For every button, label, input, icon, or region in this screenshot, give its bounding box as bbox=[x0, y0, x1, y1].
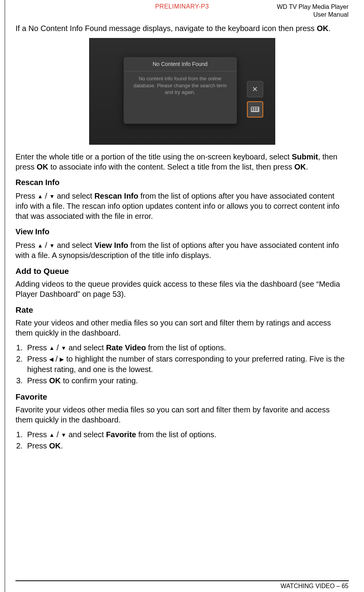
queue-paragraph: Adding videos to the queue provides quic… bbox=[16, 279, 348, 299]
header-status: PRELIMINARY-P3 bbox=[155, 3, 209, 10]
heading-rate: Rate bbox=[16, 305, 348, 315]
left-arrow-icon: ◀ bbox=[49, 356, 53, 363]
favorite-intro: Favorite your videos other media files s… bbox=[16, 405, 348, 425]
up-arrow-icon: ▲ bbox=[38, 193, 43, 200]
viewinfo-paragraph: Press ▲ / ▼ and select View Info from th… bbox=[16, 240, 348, 260]
keyboard-button[interactable] bbox=[247, 101, 263, 118]
favorite-steps: Press ▲ / ▼ and select Favorite from the… bbox=[25, 429, 348, 451]
header-product: WD TV Play Media Player User Manual bbox=[277, 3, 348, 19]
rate-step-3: Press OK to confirm your rating. bbox=[25, 376, 348, 386]
dialog-side-buttons: ✕ bbox=[247, 81, 263, 121]
right-arrow-icon: ▶ bbox=[60, 356, 64, 363]
down-arrow-icon: ▼ bbox=[61, 431, 66, 439]
favorite-step-1: Press ▲ / ▼ and select Favorite from the… bbox=[25, 429, 348, 440]
rate-step-1: Press ▲ / ▼ and select Rate Video from t… bbox=[25, 343, 348, 353]
up-arrow-icon: ▲ bbox=[38, 242, 43, 249]
up-arrow-icon: ▲ bbox=[49, 344, 55, 352]
page-left-border bbox=[5, 0, 5, 592]
heading-add-to-queue: Add to Queue bbox=[16, 267, 348, 276]
heading-view-info: View Info bbox=[16, 227, 348, 236]
rescan-paragraph: Press ▲ / ▼ and select Rescan Info from … bbox=[16, 191, 348, 221]
down-arrow-icon: ▼ bbox=[49, 242, 55, 249]
heading-favorite: Favorite bbox=[16, 392, 348, 402]
rate-step-2: Press ◀ / ▶ to highlight the number of s… bbox=[25, 354, 348, 375]
footer-rule bbox=[16, 580, 349, 581]
up-arrow-icon: ▲ bbox=[49, 431, 55, 439]
intro-paragraph: If a No Content Info Found message displ… bbox=[16, 23, 348, 33]
header-line1: WD TV Play Media Player bbox=[277, 3, 348, 11]
dialog-title: No Content Info Found bbox=[124, 57, 237, 71]
close-button[interactable]: ✕ bbox=[247, 81, 263, 97]
favorite-step-2: Press OK. bbox=[25, 441, 348, 451]
header-line2: User Manual bbox=[277, 11, 348, 19]
footer-page-number: 65 bbox=[342, 583, 348, 589]
no-content-dialog: No Content Info Found No content info fo… bbox=[124, 57, 237, 124]
after-figure-paragraph: Enter the whole title or a portion of th… bbox=[16, 152, 348, 172]
footer-text: WATCHING VIDEO – 65 bbox=[281, 583, 348, 590]
down-arrow-icon: ▼ bbox=[61, 344, 66, 352]
rate-steps: Press ▲ / ▼ and select Rate Video from t… bbox=[25, 343, 348, 386]
figure-container: No Content Info Found No content info fo… bbox=[16, 38, 348, 146]
footer-section: WATCHING VIDEO – bbox=[281, 583, 342, 589]
down-arrow-icon: ▼ bbox=[49, 193, 55, 200]
keyboard-icon bbox=[251, 107, 259, 112]
heading-rescan-info: Rescan Info bbox=[16, 178, 348, 187]
close-icon: ✕ bbox=[252, 85, 258, 93]
dialog-body: No content info found from the online da… bbox=[124, 71, 237, 100]
screenshot-figure: No Content Info Found No content info fo… bbox=[89, 38, 275, 145]
rate-intro: Rate your videos and other media files s… bbox=[16, 318, 348, 338]
page-content: If a No Content Info Found message displ… bbox=[16, 23, 348, 452]
